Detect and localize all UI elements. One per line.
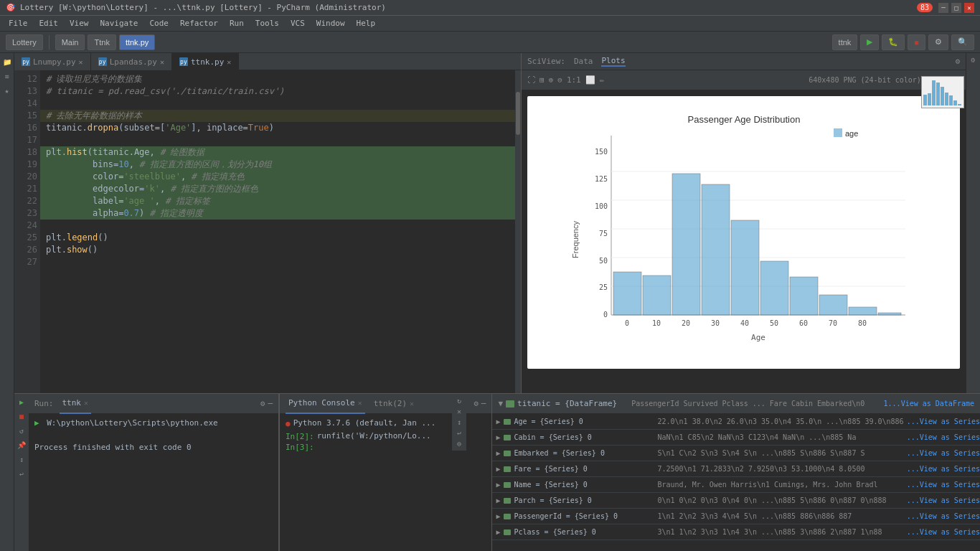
main-button[interactable]: Main — [55, 34, 85, 50]
debug-button[interactable]: 🐛 — [882, 34, 905, 50]
console-minimize-icon[interactable]: ─ — [481, 399, 486, 408]
grid-icon[interactable]: ⊞ — [540, 75, 545, 85]
run-tab-close[interactable]: ✕ — [84, 399, 88, 407]
code-content[interactable]: # 读取坦尼克号的数据集 # titanic = pd.read_csv('./… — [40, 70, 515, 393]
zoom-in-icon[interactable]: ⊕ — [549, 75, 554, 85]
sciview-plots-tab[interactable]: Plots — [601, 56, 625, 67]
code-line-24 — [46, 220, 509, 232]
run-tab-ttnk[interactable]: ttnk ✕ — [60, 394, 92, 414]
menu-navigate[interactable]: Navigate — [95, 16, 144, 32]
zoom-out-icon[interactable]: ⊖ — [557, 75, 562, 85]
close-btn[interactable]: ✕ — [964, 3, 974, 13]
view-as-df-link[interactable]: 1...View as DataFrame — [884, 400, 974, 408]
run-minimize-icon[interactable]: ─ — [268, 399, 273, 408]
run-pin-icon[interactable]: 📌 — [17, 440, 27, 450]
minimize-btn[interactable]: ─ — [938, 3, 948, 13]
console-in2-label: In[2]: — [286, 432, 314, 441]
console-settings-icon[interactable]: ⚙ — [473, 399, 479, 408]
search-button[interactable]: 🔍 — [951, 34, 974, 50]
console-tab-python[interactable]: Python Console ✕ — [286, 394, 365, 414]
cabin-view-link[interactable]: ...View as Series — [907, 433, 980, 441]
tab-lpandas[interactable]: py Lpandas.py ✕ — [91, 53, 172, 70]
expand-icon[interactable]: ⛶ — [527, 75, 535, 85]
parch-view-link[interactable]: ...View as Series — [907, 496, 980, 504]
run-scroll-icon[interactable]: ↕ — [17, 454, 27, 464]
menu-tools[interactable]: Tools — [250, 16, 285, 32]
frame-icon[interactable]: ⬜ — [585, 75, 595, 85]
pen-icon[interactable]: ✏ — [600, 75, 605, 85]
py-icon: py — [22, 57, 30, 66]
run-config-dropdown[interactable]: ttnk — [832, 34, 858, 50]
pclass-view-link[interactable]: ...View as Series — [907, 528, 980, 536]
settings-icon[interactable]: ⚙ — [955, 57, 960, 66]
age-view-link[interactable]: ...View as Series — [907, 418, 980, 425]
menu-vcs[interactable]: VCS — [285, 16, 311, 32]
sciview-settings-icon[interactable]: ⚙ — [971, 56, 975, 64]
console-icon-3[interactable]: ↕ — [457, 418, 461, 426]
menu-edit[interactable]: Edit — [34, 16, 65, 32]
tab-lpandas-label: Lpandas.py — [110, 57, 157, 67]
svg-text:0: 0 — [624, 319, 628, 327]
code-line-13: # titanic = pd.read_csv('./titanic/train… — [46, 85, 509, 98]
maximize-btn[interactable]: □ — [951, 3, 961, 13]
console-icon-5[interactable]: ⊜ — [457, 440, 461, 448]
run-panel: Run: ttnk ✕ ⚙ ─ ▶ W:\python\L — [29, 394, 279, 551]
build-button[interactable]: ⚙ — [928, 34, 948, 50]
console-icon-1[interactable]: ↻ — [457, 397, 461, 405]
sciview-data-tab[interactable]: Data — [574, 57, 593, 66]
close-tab-lnumpy[interactable]: ✕ — [79, 58, 83, 66]
file-button[interactable]: ttnk.py — [119, 34, 155, 50]
expand-cabin[interactable]: ▶ — [492, 433, 504, 441]
stop-button[interactable]: ■ — [908, 34, 925, 50]
expand-age[interactable]: ▶ — [492, 418, 504, 425]
code-line-22: label='age ', # 指定标签 — [40, 195, 515, 207]
run-play-icon[interactable]: ▶ — [17, 397, 27, 407]
fare-view-link[interactable]: ...View as Series — [907, 465, 980, 473]
tab-lnumpy[interactable]: py Lnumpy.py ✕ — [14, 53, 91, 70]
menu-file[interactable]: File — [3, 16, 34, 32]
console-icon-4[interactable]: ↩ — [457, 429, 461, 437]
vertical-scrollbar[interactable] — [515, 70, 521, 393]
menu-run[interactable]: Run — [224, 16, 250, 32]
scrollbar-thumb[interactable] — [516, 92, 520, 135]
expand-fare[interactable]: ▶ — [492, 465, 504, 473]
close-tab-ttnk[interactable]: ✕ — [227, 58, 231, 66]
run-settings-icon[interactable]: ⚙ — [260, 399, 265, 408]
menu-view[interactable]: View — [64, 16, 95, 32]
expand-pclass[interactable]: ▶ — [492, 528, 504, 536]
run-wrap-icon[interactable]: ↩ — [17, 468, 27, 479]
title-text: Lottery [W:\python\Lottery] - ...\ttnk.p… — [20, 3, 917, 12]
ttnk-button[interactable]: Ttnk — [88, 34, 116, 50]
py-icon-2: py — [98, 57, 107, 66]
favorites-icon[interactable]: ★ — [1, 85, 13, 96]
close-tab-lpandas[interactable]: ✕ — [160, 58, 164, 66]
passengerid-view-link[interactable]: ...View as Series — [907, 512, 980, 520]
console-icon-2[interactable]: ✕ — [457, 408, 461, 415]
fare-val: 7.2500\n1 71.2833\n2 7.9250\n3 53.1000\n… — [657, 465, 903, 473]
embarked-view-link[interactable]: ...View as Series — [907, 449, 980, 457]
console-close[interactable]: ✕ — [358, 399, 362, 407]
structure-icon[interactable]: ≡ — [1, 70, 13, 82]
expand-passengerid[interactable]: ▶ — [492, 512, 504, 520]
project-icon[interactable]: 📁 — [1, 56, 13, 67]
data-expand-btn[interactable]: ▼ — [498, 399, 503, 408]
toolbar-separator — [49, 35, 50, 50]
menu-refactor[interactable]: Refactor — [174, 16, 224, 32]
data-row-embarked: ▶ Embarked = {Series} 0 S\n1 C\n2 S\n3 S… — [492, 446, 980, 461]
expand-embarked[interactable]: ▶ — [492, 449, 504, 457]
console-close-2[interactable]: ✕ — [410, 400, 414, 408]
expand-name[interactable]: ▶ — [492, 481, 504, 489]
bar-4 — [731, 220, 759, 315]
code-line-21: edgecolor='k', # 指定直方图的边框色 — [40, 183, 515, 195]
run-restart-icon[interactable]: ↺ — [17, 425, 27, 435]
console-tab-ttnk2[interactable]: ttnk(2) ✕ — [371, 394, 417, 414]
tab-ttnk[interactable]: py ttnk.py ✕ — [172, 53, 239, 70]
menu-code[interactable]: Code — [143, 16, 174, 32]
project-button[interactable]: Lottery — [6, 34, 43, 50]
expand-parch[interactable]: ▶ — [492, 496, 504, 504]
menu-help[interactable]: Help — [351, 16, 382, 32]
name-view-link[interactable]: ...View as Series — [907, 481, 980, 489]
run-button[interactable]: ▶ — [860, 34, 879, 50]
run-stop-icon[interactable]: ■ — [17, 411, 27, 421]
menu-window[interactable]: Window — [311, 16, 351, 32]
